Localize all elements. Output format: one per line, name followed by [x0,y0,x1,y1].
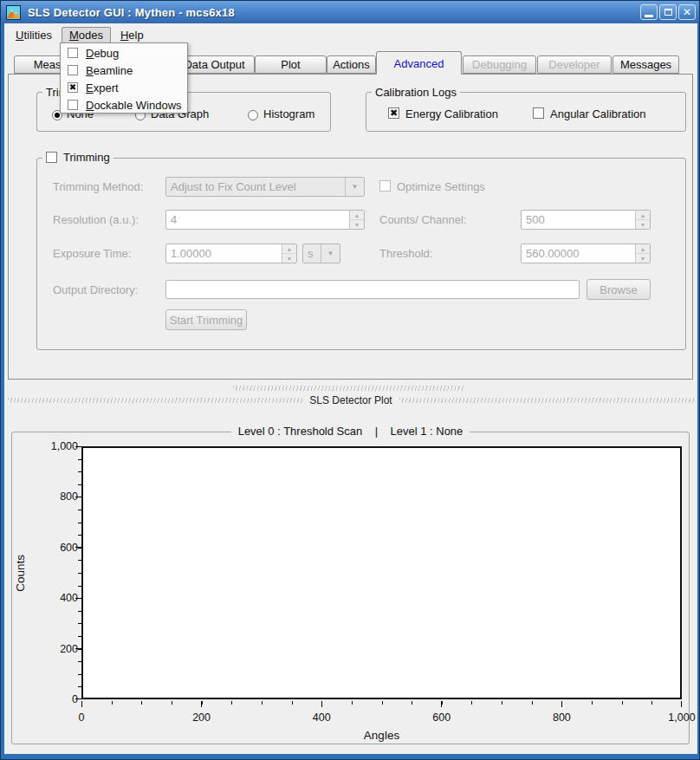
menu-item-dockable-windows[interactable]: Dockable Windows [61,96,187,114]
x-major-ticks [81,701,682,707]
calibration-logs-group: Calibration Logs ✖ Energy Calibration An… [366,92,686,132]
checkbox-checked-icon: ✖ [68,82,78,93]
exposure-time-spinbox: 1.00000 ▲▼ [165,244,297,263]
menu-item-beamline-label: Beamline [86,64,133,77]
angular-calibration-label[interactable]: Angular Calibration [550,107,646,120]
exposure-time-label: Exposure Time: [53,247,131,260]
checkbox-icon [68,48,78,58]
dropdown-arrow-icon: ▼ [345,178,364,196]
start-trimming-button: Start Trimming [165,309,247,330]
tab-developer: Developer [537,55,612,74]
energy-calibration-label[interactable]: Energy Calibration [405,107,498,120]
app-logo-icon [6,5,21,20]
trimming-method-value: Adjust to Fix Count Level [166,180,345,193]
menu-item-dockable-windows-label: Dockable Windows [86,99,182,112]
trimming-method-label: Trimming Method: [53,180,143,193]
maximize-button[interactable] [659,4,677,20]
menu-item-expert[interactable]: ✖ Expert [61,79,187,96]
menu-item-beamline[interactable]: Beamline [61,62,187,79]
trimming-group: Trimming Trimming Method: Adjust to Fix … [36,158,686,350]
spin-arrows-icon: ▲▼ [282,244,296,263]
radio-histogram[interactable] [248,110,258,120]
tab-plot[interactable]: Plot [255,55,327,74]
menu-modes[interactable]: Modes [62,27,111,43]
menu-item-expert-label: Expert [86,81,119,94]
resolution-spinbox: 4 ▲▼ [165,210,365,230]
tab-messages[interactable]: Messages [612,55,679,74]
optimize-settings-label: Optimize Settings [397,180,485,193]
trimming-checkbox[interactable] [46,152,57,163]
tab-debugging: Debugging [463,55,536,74]
browse-button: Browse [587,279,651,300]
optimize-settings-checkbox [379,180,391,192]
title-bar[interactable]: SLS Detector GUI : Mythen - mcs6x18 ✕ [1,1,699,23]
tab-actions[interactable]: Actions [327,55,376,74]
radio-histogram-label[interactable]: Histogram [263,107,314,120]
app-window: SLS Detector GUI : Mythen - mcs6x18 ✕ Ut… [0,0,700,760]
spin-arrows-icon: ▲▼ [349,211,364,229]
exposure-unit-value: s [303,247,321,260]
output-directory-label: Output Directory: [53,283,138,296]
checkbox-icon [68,100,78,110]
menu-help[interactable]: Help [113,27,152,43]
resolution-label: Resolution (a.u.): [53,213,139,226]
threshold-label: Threshold: [379,247,432,260]
counts-channel-label: Counts/ Channel: [379,213,466,226]
modes-menu-popup: Debug Beamline ✖ Expert Dockable Windows [60,42,188,114]
menu-utilities[interactable]: Utilities [8,27,60,43]
spin-arrows-icon: ▲▼ [635,244,650,263]
y-tick-labels: 1,0008006004002000 [28,446,78,699]
exposure-time-value: 1.00000 [166,247,282,260]
minimize-button[interactable] [640,4,658,20]
x-tick-labels: 02004006008001,000 [81,711,682,724]
advanced-tab-pane: Trimming Plot None Data Graph Histogram … [8,74,693,380]
window-title: SLS Detector GUI : Mythen - mcs6x18 [28,6,235,19]
minimize-icon [645,15,653,17]
trimming-method-combo: Adjust to Fix Count Level ▼ [165,177,365,197]
energy-calibration-checkbox[interactable]: ✖ [388,107,399,119]
close-button[interactable]: ✕ [678,4,696,20]
calibration-logs-title: Calibration Logs [372,86,460,99]
dock-title: SLS Detector Plot [1,394,700,406]
splitter-handle[interactable] [233,386,463,391]
dropdown-arrow-icon: ▼ [321,244,340,263]
menu-item-debug-label: Debug [86,47,119,60]
angular-calibration-checkbox[interactable] [533,107,544,119]
checkbox-icon [68,65,78,75]
plot-canvas[interactable] [81,446,682,699]
output-directory-input [165,280,580,299]
counts-channel-value: 500 [522,213,635,226]
threshold-value: 560.00000 [522,247,635,260]
x-axis-title: Angles [81,729,682,742]
trimming-group-title: Trimming [42,151,113,164]
menu-item-debug[interactable]: Debug [61,44,187,62]
plot-group: Level 0 : Threshold Scan | Level 1 : Non… [11,432,690,744]
tab-advanced[interactable]: Advanced [376,51,462,75]
y-axis-title: Counts [14,446,27,699]
resolution-value: 4 [166,213,349,226]
exposure-unit-combo: s ▼ [302,244,340,263]
scan-levels-title: Level 0 : Threshold Scan | Level 1 : Non… [12,425,689,438]
trimming-label: Trimming [63,151,110,164]
threshold-spinbox: 560.00000 ▲▼ [521,244,651,263]
spin-arrows-icon: ▲▼ [635,211,650,229]
counts-channel-spinbox: 500 ▲▼ [521,210,651,230]
maximize-icon [664,9,672,16]
close-icon: ✕ [683,6,691,18]
